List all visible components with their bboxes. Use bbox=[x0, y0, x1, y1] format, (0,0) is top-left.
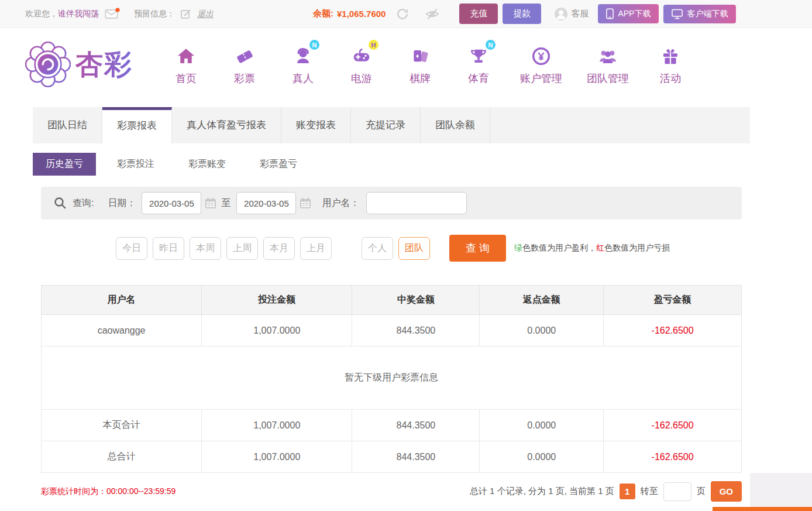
cell-win: 844.3500 bbox=[352, 441, 480, 473]
hint-red-char: 红 bbox=[596, 243, 604, 252]
go-button[interactable]: GO bbox=[711, 481, 742, 502]
subtab-history-profit[interactable]: 历史盈亏 bbox=[33, 153, 96, 176]
subtab-lottery-profit[interactable]: 彩票盈亏 bbox=[247, 153, 310, 176]
report-tabbar: 团队日结 彩票报表 真人体育盈亏报表 账变报表 充提记录 团队余额 bbox=[33, 107, 750, 143]
lottery-report-table: 用户名 投注金额 中奖金额 返点金额 盈亏金额 caowangge 1,007.… bbox=[41, 285, 742, 473]
report-subtabs: 历史盈亏 彩票投注 彩票账变 彩票盈亏 bbox=[33, 153, 750, 176]
date-from-input[interactable] bbox=[142, 192, 201, 214]
mail-icon[interactable] bbox=[105, 8, 120, 20]
subtab-lottery-bets[interactable]: 彩票投注 bbox=[104, 153, 167, 176]
refresh-icon[interactable] bbox=[396, 8, 409, 20]
nav-item-live[interactable]: N 真人 bbox=[286, 43, 320, 85]
col-header-rebate-amount: 返点金额 bbox=[480, 286, 604, 315]
quick-last-month-button[interactable]: 上月 bbox=[300, 237, 332, 260]
quick-last-week-button[interactable]: 上周 bbox=[226, 237, 258, 260]
tab-account-change-report[interactable]: 账变报表 bbox=[281, 107, 351, 143]
quick-filter-row: 今日 昨日 本周 上周 本月 上月 个人 团队 查 询 绿色数值为用户盈利，红色… bbox=[116, 235, 742, 262]
tab-team-daily[interactable]: 团队日结 bbox=[33, 107, 102, 143]
username-input[interactable] bbox=[366, 192, 467, 214]
search-icon bbox=[54, 197, 67, 210]
customer-service-link[interactable]: 客服 bbox=[554, 7, 589, 21]
live-person-icon bbox=[294, 47, 312, 68]
balance-value: ¥1,065.7600 bbox=[337, 9, 386, 19]
page-total-row: 本页合计 1,007.0000 844.3500 0.0000 -162.650… bbox=[42, 410, 742, 441]
nav-item-lottery[interactable]: 彩票 bbox=[228, 43, 262, 85]
bottom-floating-bar-edge bbox=[713, 507, 812, 511]
scope-team-button[interactable]: 团队 bbox=[398, 237, 430, 260]
tab-deposit-withdraw-record[interactable]: 充提记录 bbox=[351, 107, 421, 143]
main-nav: 首页 彩票 N 真人 H 电游 棋牌 N bbox=[169, 43, 687, 85]
current-page-button[interactable]: 1 bbox=[620, 483, 635, 499]
color-legend-hint: 绿色数值为用户盈利，红色数值为用户亏损 bbox=[514, 243, 670, 253]
cell-profit: -162.6500 bbox=[604, 441, 742, 473]
hint-green-char: 绿 bbox=[514, 243, 522, 252]
hint-loss-text: 色数值为用户亏损 bbox=[604, 243, 670, 252]
quick-today-button[interactable]: 今日 bbox=[116, 237, 147, 260]
tab-lottery-report[interactable]: 彩票报表 bbox=[102, 107, 172, 143]
nav-item-promotions[interactable]: 活动 bbox=[653, 43, 687, 85]
balance-group: 余额: ¥1,065.7600 bbox=[313, 8, 386, 19]
table-header-row: 用户名 投注金额 中奖金额 返点金额 盈亏金额 bbox=[42, 286, 742, 315]
nav-item-cards[interactable]: 棋牌 bbox=[403, 43, 437, 85]
cell-username: caowangge bbox=[42, 315, 202, 347]
app-download-button[interactable]: APP下载 bbox=[598, 4, 659, 23]
ticket-icon bbox=[235, 47, 254, 68]
cards-icon bbox=[411, 47, 429, 68]
client-download-button[interactable]: 客户端下载 bbox=[663, 5, 736, 23]
scope-personal-button[interactable]: 个人 bbox=[362, 237, 393, 260]
col-header-username: 用户名 bbox=[42, 286, 202, 315]
new-badge: N bbox=[309, 40, 319, 50]
nav-label: 首页 bbox=[176, 71, 197, 85]
service-label: 客服 bbox=[571, 8, 589, 19]
topbar: 欢迎您， 谁伴我闯荡 预留信息： 退出 余额: ¥1,065.7600 充值 提… bbox=[0, 0, 812, 28]
hint-profit-text: 色数值为用户盈利， bbox=[522, 243, 596, 252]
page-unit-label: 页 bbox=[697, 486, 706, 497]
nav-item-account[interactable]: 账户管理 bbox=[520, 43, 562, 85]
phone-icon bbox=[606, 8, 614, 19]
cell-bet: 1,007.0000 bbox=[202, 410, 352, 441]
site-header: 杏彩 首页 彩票 N 真人 H 电游 棋牌 bbox=[0, 28, 812, 101]
goto-page-input[interactable] bbox=[663, 482, 691, 501]
cell-rebate: 0.0000 bbox=[480, 441, 604, 473]
quick-yesterday-button[interactable]: 昨日 bbox=[153, 237, 184, 260]
calendar-icon[interactable] bbox=[205, 197, 216, 209]
client-download-label: 客户端下载 bbox=[687, 9, 728, 19]
logo-flower-icon bbox=[25, 42, 71, 87]
app-download-label: APP下载 bbox=[618, 9, 651, 19]
date-to-input[interactable] bbox=[236, 192, 296, 214]
welcome-prefix: 欢迎您， bbox=[25, 9, 58, 19]
col-header-profit-amount: 盈亏金额 bbox=[604, 286, 742, 315]
query-button[interactable]: 查 询 bbox=[449, 235, 506, 262]
tab-live-sports-report[interactable]: 真人体育盈亏报表 bbox=[172, 107, 281, 143]
empty-message: 暂无下级用户彩票信息 bbox=[42, 347, 742, 410]
trophy-icon bbox=[469, 47, 488, 68]
edit-icon[interactable] bbox=[181, 9, 191, 19]
nav-label: 账户管理 bbox=[520, 71, 562, 85]
nav-item-home[interactable]: 首页 bbox=[169, 43, 203, 85]
hot-badge: H bbox=[369, 40, 379, 50]
gift-icon bbox=[661, 47, 680, 68]
calendar-icon[interactable] bbox=[300, 197, 311, 209]
coin-icon bbox=[532, 47, 550, 68]
quick-this-week-button[interactable]: 本周 bbox=[190, 237, 221, 260]
goto-label: 转至 bbox=[641, 486, 658, 497]
nav-item-sports[interactable]: N 体育 bbox=[462, 43, 496, 85]
search-label: 查询: bbox=[73, 197, 94, 210]
balance-label: 余额: bbox=[313, 8, 333, 19]
nav-label: 团队管理 bbox=[587, 71, 629, 85]
nav-label: 彩票 bbox=[234, 71, 255, 85]
nav-item-team[interactable]: 团队管理 bbox=[587, 43, 629, 85]
withdraw-button[interactable]: 提款 bbox=[503, 4, 541, 24]
brand-logo[interactable]: 杏彩 bbox=[25, 42, 133, 87]
pagination: 总计 1 个记录, 分为 1 页, 当前第 1 页 1 转至 页 GO bbox=[470, 481, 742, 502]
nav-item-egames[interactable]: H 电游 bbox=[345, 43, 379, 85]
cell-win: 844.3500 bbox=[352, 410, 480, 441]
subtab-lottery-account-change[interactable]: 彩票账变 bbox=[176, 153, 239, 176]
empty-message-row: 暂无下级用户彩票信息 bbox=[42, 347, 742, 410]
recharge-button[interactable]: 充值 bbox=[459, 4, 498, 24]
logout-link[interactable]: 退出 bbox=[197, 9, 214, 19]
eye-hidden-icon[interactable] bbox=[425, 8, 439, 20]
quick-this-month-button[interactable]: 本月 bbox=[263, 237, 295, 260]
col-header-bet-amount: 投注金额 bbox=[202, 286, 352, 315]
tab-team-balance[interactable]: 团队余额 bbox=[421, 107, 490, 143]
